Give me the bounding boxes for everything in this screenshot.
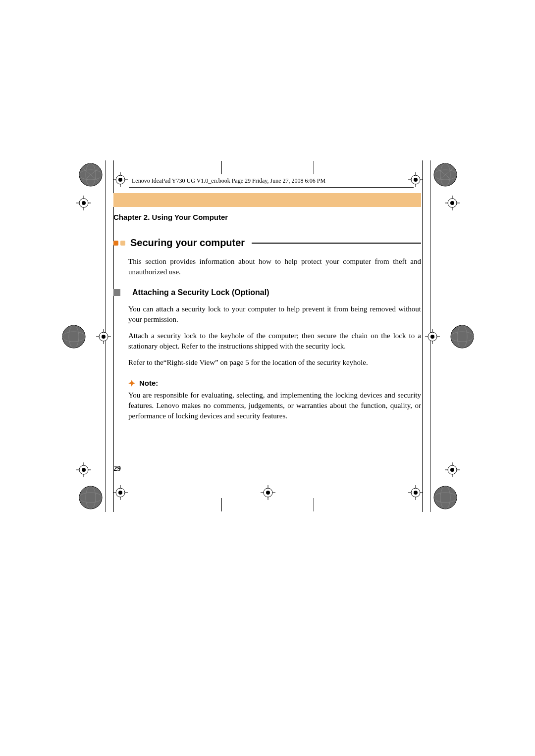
svg-point-51	[450, 468, 454, 472]
header-rule	[129, 187, 414, 188]
bullet-peach-icon	[120, 241, 125, 246]
page-content: Chapter 2. Using Your Computer Securing …	[113, 213, 421, 531]
crop-tick	[314, 161, 314, 174]
document-page: Lenovo IdeaPad Y730 UG V1.0_en.book Page…	[0, 0, 535, 756]
crosshair-icon	[76, 196, 91, 210]
subsection-para2: Attach a security lock to the keyhole of…	[128, 331, 421, 352]
subsection-para3: Refer to the“Right-side View” on page 5 …	[128, 357, 421, 368]
svg-point-47	[82, 468, 86, 472]
note-heading: Note:	[128, 379, 421, 387]
svg-point-39	[430, 335, 434, 339]
subsection-para1: You can attach a security lock to your c…	[128, 304, 421, 325]
svg-point-9	[118, 178, 122, 182]
crosshair-icon	[425, 329, 440, 344]
bullet-orange-icon	[113, 241, 118, 246]
book-header: Lenovo IdeaPad Y730 UG V1.0_en.book Page…	[129, 177, 406, 185]
note-text: You are responsible for evaluating, sele…	[128, 390, 421, 421]
chapter-title: Chapter 2. Using Your Computer	[113, 213, 421, 221]
svg-point-13	[414, 178, 418, 182]
section-intro: This section provides information about …	[128, 256, 421, 277]
section-rule	[252, 243, 421, 244]
bullet-gray-icon	[113, 289, 120, 296]
note-label: Note:	[139, 379, 158, 387]
peach-band	[113, 193, 421, 207]
registration-mark-icon	[78, 162, 103, 187]
registration-mark-icon	[450, 324, 475, 349]
svg-point-27	[450, 201, 454, 205]
svg-point-23	[82, 201, 86, 205]
crosshair-icon	[445, 196, 460, 210]
page-number: 29	[113, 464, 121, 473]
note-icon	[128, 380, 135, 387]
crosshair-icon	[113, 172, 128, 187]
registration-mark-icon	[433, 162, 458, 187]
registration-mark-icon	[433, 485, 458, 510]
section-title: Securing your computer	[130, 237, 245, 249]
section-heading: Securing your computer	[113, 237, 421, 249]
subsection-heading: Attaching a Security Lock (Optional)	[113, 288, 421, 297]
registration-mark-icon	[78, 485, 103, 510]
book-header-text: Lenovo IdeaPad Y730 UG V1.0_en.book Page…	[132, 177, 325, 185]
crosshair-icon	[76, 462, 91, 477]
crosshair-icon	[445, 462, 460, 477]
crop-tick	[221, 161, 222, 174]
svg-point-35	[102, 335, 106, 339]
crosshair-icon	[408, 172, 423, 187]
crop-rail	[422, 160, 423, 512]
subsection-title: Attaching a Security Lock (Optional)	[132, 288, 269, 297]
crosshair-icon	[96, 329, 111, 344]
registration-mark-icon	[61, 324, 86, 349]
svg-marker-72	[128, 380, 135, 387]
